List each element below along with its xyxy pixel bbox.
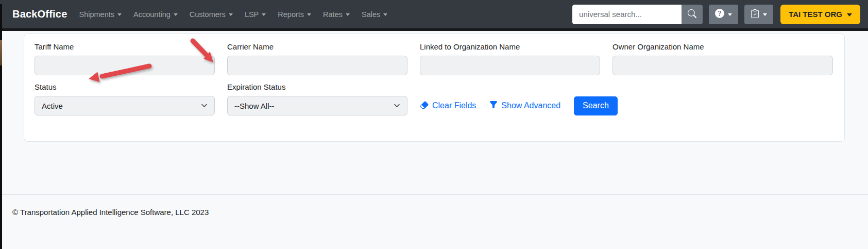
nav-item-sales[interactable]: Sales bbox=[360, 6, 389, 23]
nav-item-label: Sales bbox=[362, 10, 380, 19]
nav-item-customers[interactable]: Customers bbox=[188, 6, 235, 23]
nav-item-shipments[interactable]: Shipments bbox=[77, 6, 124, 23]
nav-item-label: Customers bbox=[190, 10, 226, 19]
backoffice-app-window: BackOffice Shipments Accounting Customer… bbox=[0, 0, 868, 249]
carrier-name-label: Carrier Name bbox=[227, 42, 407, 51]
brand-logo[interactable]: BackOffice bbox=[12, 8, 67, 20]
caret-down-icon bbox=[346, 13, 350, 16]
tariff-search-card: Tariff Name Carrier Name Linked to Organ… bbox=[24, 34, 845, 142]
tariff-search-form: Tariff Name Carrier Name Linked to Organ… bbox=[35, 42, 833, 115]
expiration-selected-value: --Show All-- bbox=[234, 102, 275, 110]
navbar-bottom-edge bbox=[0, 28, 868, 31]
nav-item-label: Shipments bbox=[79, 10, 115, 19]
eraser-icon bbox=[420, 101, 429, 111]
universal-search-group bbox=[572, 5, 703, 24]
nav-item-lsp[interactable]: LSP bbox=[243, 6, 268, 23]
tariff-name-label: Tariff Name bbox=[35, 42, 215, 51]
screen-edge-artifact-brown bbox=[0, 40, 2, 65]
tariff-name-field: Tariff Name bbox=[35, 42, 215, 75]
caret-down-icon bbox=[229, 13, 233, 16]
organization-dropdown-button[interactable]: TAI TEST ORG bbox=[780, 5, 860, 24]
clear-fields-link[interactable]: Clear Fields bbox=[420, 101, 476, 111]
owner-org-field: Owner Organization Name bbox=[612, 42, 833, 75]
linked-org-field: Linked to Organization Name bbox=[420, 42, 600, 75]
navbar-right-controls: TAI TEST ORG bbox=[572, 5, 860, 24]
carrier-name-field: Carrier Name bbox=[227, 42, 407, 75]
show-advanced-label: Show Advanced bbox=[501, 101, 560, 110]
caret-down-icon bbox=[847, 13, 852, 16]
page-footer: © Transportation Applied Intelligence So… bbox=[0, 194, 868, 249]
status-select[interactable]: Active bbox=[35, 96, 215, 115]
search-icon bbox=[688, 9, 696, 20]
caret-down-icon bbox=[174, 13, 178, 16]
carrier-name-input[interactable] bbox=[227, 56, 407, 75]
linked-org-label: Linked to Organization Name bbox=[420, 42, 600, 51]
caret-down-icon bbox=[262, 13, 266, 16]
nav-item-label: LSP bbox=[245, 10, 259, 19]
nav-item-label: Reports bbox=[278, 10, 304, 19]
form-actions: Clear Fields Show Advanced Search bbox=[420, 96, 833, 115]
nav-item-accounting[interactable]: Accounting bbox=[131, 6, 180, 23]
expiration-status-field: Expiration Status --Show All-- bbox=[227, 82, 407, 115]
owner-org-input[interactable] bbox=[612, 56, 833, 75]
owner-org-label: Owner Organization Name bbox=[612, 42, 833, 51]
chevron-down-icon bbox=[201, 102, 208, 110]
status-label: Status bbox=[35, 82, 215, 91]
nav-item-label: Rates bbox=[323, 10, 343, 19]
show-advanced-link[interactable]: Show Advanced bbox=[489, 101, 560, 111]
status-field: Status Active bbox=[35, 82, 215, 115]
nav-item-reports[interactable]: Reports bbox=[276, 6, 313, 23]
main-menu: Shipments Accounting Customers LSP Repor… bbox=[77, 6, 398, 23]
universal-search-input[interactable] bbox=[572, 5, 682, 24]
top-navbar: BackOffice Shipments Accounting Customer… bbox=[0, 0, 868, 28]
workspace-dropdown-button[interactable] bbox=[744, 5, 773, 24]
expiration-status-select[interactable]: --Show All-- bbox=[227, 96, 407, 115]
clipboard-check-icon bbox=[751, 9, 759, 20]
nav-item-rates[interactable]: Rates bbox=[321, 6, 352, 23]
expiration-status-label: Expiration Status bbox=[227, 82, 407, 91]
linked-org-input[interactable] bbox=[420, 56, 600, 75]
tariff-name-input[interactable] bbox=[35, 56, 215, 75]
caret-down-icon bbox=[728, 13, 732, 16]
caret-down-icon bbox=[117, 13, 122, 16]
help-dropdown-button[interactable] bbox=[709, 5, 738, 24]
caret-down-icon bbox=[763, 13, 767, 16]
copyright-text: © Transportation Applied Intelligence So… bbox=[12, 208, 209, 217]
funnel-icon bbox=[489, 101, 498, 111]
chevron-down-icon bbox=[394, 102, 400, 110]
nav-item-label: Accounting bbox=[133, 10, 171, 19]
question-circle-icon bbox=[715, 9, 724, 20]
universal-search-button[interactable] bbox=[682, 5, 703, 24]
caret-down-icon bbox=[307, 13, 311, 16]
status-selected-value: Active bbox=[42, 102, 63, 110]
search-button[interactable]: Search bbox=[574, 96, 618, 115]
clear-fields-label: Clear Fields bbox=[432, 101, 476, 110]
organization-label: TAI TEST ORG bbox=[789, 10, 842, 19]
caret-down-icon bbox=[383, 13, 387, 16]
